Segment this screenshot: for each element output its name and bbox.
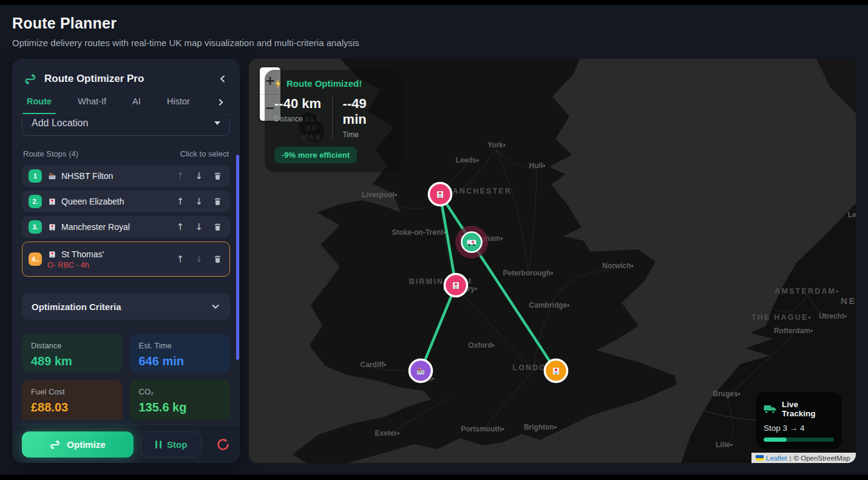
city-label: Exeter• xyxy=(375,429,400,438)
move-down-button[interactable]: ↓ xyxy=(195,254,203,265)
stat-value: 646 min xyxy=(139,354,222,368)
stat-card-fuel: Fuel Cost £88.03 xyxy=(22,380,123,420)
live-tracking-panel: Live Tracking Stop 3 → 4 xyxy=(756,392,842,449)
optimize-button[interactable]: Optimize xyxy=(22,431,134,458)
stop-label: Stop xyxy=(167,439,187,450)
reset-button[interactable] xyxy=(216,438,230,451)
stat-value: 135.6 kg xyxy=(139,401,222,414)
stop-row-3[interactable]: 3. Manchester Royal ↑ ↓ xyxy=(22,216,230,238)
delete-stop-button[interactable] xyxy=(214,255,222,263)
city-label: THE HAGUE• xyxy=(751,313,812,322)
stop-cargo-label: O- RBC - 4h xyxy=(47,261,104,269)
stop-row-4-selected[interactable]: 4.. St Thomas' O- RBC - 4h ↑ ↓ xyxy=(22,242,230,277)
chevron-down-icon xyxy=(211,302,220,311)
delete-stop-button[interactable] xyxy=(214,172,222,180)
city-label: Norwich• xyxy=(602,262,634,270)
osm-link[interactable]: © OpenStreetMap xyxy=(794,455,850,462)
add-location-select[interactable]: Add Location xyxy=(22,118,230,136)
stat-card-time: Est. Time 646 min xyxy=(130,334,231,373)
criteria-label: Optimization Criteria xyxy=(32,302,121,312)
stop-number-badge: 2. xyxy=(29,195,42,208)
add-location-label: Add Location xyxy=(32,118,88,129)
stop-button[interactable]: Stop xyxy=(141,431,202,458)
stop-name: St Thomas' xyxy=(61,249,104,259)
move-up-button[interactable]: ↑ xyxy=(177,254,185,265)
tab-ai[interactable]: AI xyxy=(132,96,141,114)
city-label: Utrecht• xyxy=(819,312,847,320)
truck-icon xyxy=(764,405,777,414)
route-logo-icon xyxy=(24,72,38,86)
delete-stop-button[interactable] xyxy=(214,223,222,231)
tab-history[interactable]: Histor xyxy=(167,96,190,114)
move-up-button[interactable]: ↑ xyxy=(177,196,185,207)
app-page: Route Planner Optimize delivery routes w… xyxy=(0,5,868,475)
map-marker-stop-1-nhsbt-filton[interactable] xyxy=(410,360,432,382)
panel-footer: Optimize Stop xyxy=(12,425,240,463)
move-down-button[interactable]: ↓ xyxy=(195,196,203,207)
lightning-icon xyxy=(274,79,282,89)
tracking-progress-track xyxy=(764,438,834,442)
page-subtitle: Optimize delivery routes with real-time … xyxy=(12,38,856,48)
collapse-panel-button[interactable] xyxy=(218,74,228,84)
overlay-time-label: Time xyxy=(343,130,392,139)
leaflet-link[interactable]: Leaflet xyxy=(766,455,787,462)
city-label: Bruges• xyxy=(713,390,741,398)
tab-what-if[interactable]: What-If xyxy=(78,96,106,114)
efficiency-badge: -9% more efficient xyxy=(274,147,357,163)
move-up-button[interactable]: ↑ xyxy=(177,221,185,232)
ukraine-flag-icon xyxy=(756,455,764,461)
map-marker-live-vehicle[interactable] xyxy=(455,226,488,259)
sidebar-scrollbar-thumb[interactable] xyxy=(236,155,239,360)
city-label: Oxford• xyxy=(468,341,495,350)
map-marker-stop-2-queen-elizabeth[interactable] xyxy=(445,274,467,297)
overlay-time-value: --49 min xyxy=(343,96,392,127)
city-label: Liverpool• xyxy=(362,191,397,199)
stat-value: 489 km xyxy=(31,354,114,368)
move-down-button[interactable]: ↓ xyxy=(195,221,203,232)
stop-name: Queen Elizabeth xyxy=(61,197,124,206)
optimization-criteria-toggle[interactable]: Optimization Criteria xyxy=(22,293,230,320)
panel-scroll-area: Add Location Route Stops (4) Click to se… xyxy=(22,118,230,420)
city-label: Portsmouth• xyxy=(461,425,504,433)
route-stops-count: Route Stops (4) xyxy=(23,149,78,158)
route-optimizer-panel: Route Optimizer Pro Route What-If AI His… xyxy=(12,59,240,463)
city-label: Leeds• xyxy=(456,156,480,164)
city-label: MANCHESTER xyxy=(445,187,512,195)
move-down-button[interactable]: ↓ xyxy=(195,171,203,181)
tabs-scroll-right-icon[interactable] xyxy=(216,98,225,114)
stat-card-co2: CO₂ 135.6 kg xyxy=(130,380,231,420)
factory-icon xyxy=(47,171,57,181)
pause-icon xyxy=(155,441,162,448)
city-label: Stoke-on-Trent• xyxy=(392,228,446,237)
city-label: Lee xyxy=(848,211,856,219)
hospital-icon xyxy=(47,222,57,232)
stop-row-2[interactable]: 2. Queen Elizabeth ↑ ↓ xyxy=(22,191,230,212)
city-label: Peterborough• xyxy=(503,269,554,277)
city-label: Brighton• xyxy=(524,423,557,431)
tracking-progress-fill xyxy=(764,438,787,442)
stat-label: Est. Time xyxy=(139,341,222,350)
map-marker-stop-3-manchester-royal[interactable] xyxy=(429,183,452,206)
stat-label: CO₂ xyxy=(139,387,222,396)
tab-route[interactable]: Route xyxy=(27,96,52,114)
map-attribution: Leaflet | © OpenStreetMap xyxy=(751,453,856,463)
hospital-icon xyxy=(47,249,57,259)
stop-name: Manchester Royal xyxy=(61,222,130,232)
page-title: Route Planner xyxy=(12,15,856,32)
stop-number-badge: 4.. xyxy=(29,252,42,266)
city-label: NE xyxy=(841,296,856,306)
map-marker-stop-4-st-thomas[interactable] xyxy=(545,360,568,382)
route-squiggle-icon xyxy=(50,439,61,450)
hospital-icon xyxy=(453,282,459,289)
map-container[interactable]: York•Leeds•Hull•LeeLiverpool•MANCHESTERS… xyxy=(249,59,856,463)
city-label: Hull• xyxy=(529,161,546,170)
panel-title: Route Optimizer Pro xyxy=(44,73,144,85)
stop-number-badge: 3. xyxy=(29,220,42,234)
stat-value: £88.03 xyxy=(31,401,114,414)
city-label: Lille• xyxy=(716,441,733,449)
panel-tabs: Route What-If AI Histor xyxy=(12,86,240,115)
move-up-button[interactable]: ↑ xyxy=(177,171,185,181)
city-label: Cambridge• xyxy=(529,301,570,309)
delete-stop-button[interactable] xyxy=(214,197,222,206)
stop-row-1[interactable]: 1 NHSBT Filton ↑ ↓ xyxy=(22,165,230,187)
